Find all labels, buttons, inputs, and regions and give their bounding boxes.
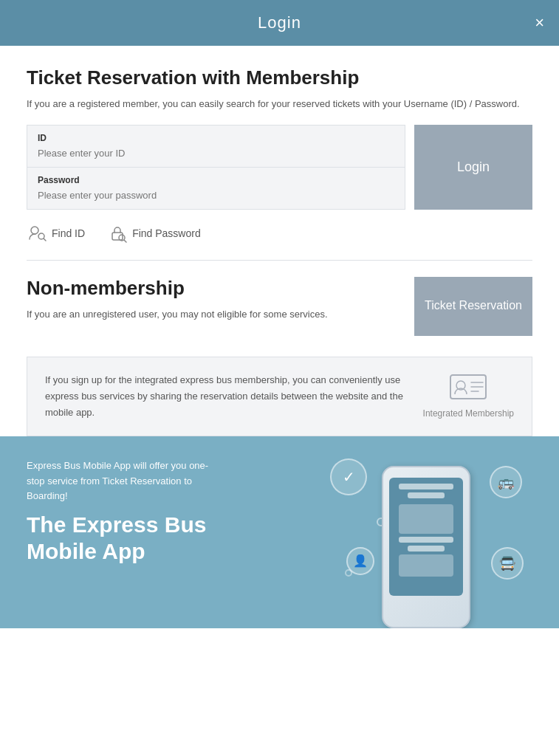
phone-screen-line-4 — [408, 546, 445, 551]
circle-icon-bus-right: 🚍 — [491, 547, 524, 580]
svg-line-2 — [44, 238, 46, 241]
svg-line-5 — [124, 240, 126, 242]
id-label: ID — [38, 133, 394, 143]
password-field-group: Password — [27, 167, 405, 210]
integrated-membership-label: Integrated Membership — [423, 408, 514, 420]
non-membership-text-area: Non-membership If you are an unregistere… — [27, 277, 414, 322]
close-button[interactable]: × — [535, 13, 544, 32]
phone-screen-block — [399, 504, 453, 534]
svg-rect-3 — [112, 233, 123, 240]
app-promo-section: Express Bus Mobile App will offer you on… — [0, 436, 559, 628]
integrated-description: If you sign up for the integrated expres… — [45, 372, 423, 421]
phone-screen — [389, 478, 463, 596]
password-label: Password — [38, 175, 394, 185]
integrated-membership-banner: If you sign up for the integrated expres… — [27, 357, 532, 436]
integrated-membership-button[interactable]: Integrated Membership — [423, 372, 514, 420]
login-fields: ID Password — [27, 125, 405, 210]
non-membership-description: If you are an unregistered user, you may… — [27, 307, 399, 322]
login-button[interactable]: Login — [414, 125, 532, 210]
find-id-icon — [27, 223, 47, 244]
password-input[interactable] — [38, 190, 394, 201]
app-promo-description: Express Bus Mobile App will offer you on… — [27, 458, 219, 504]
phone-screen-line-2 — [408, 492, 445, 498]
non-membership-area: Non-membership If you are an unregistere… — [27, 277, 532, 336]
non-membership-title: Non-membership — [27, 277, 399, 300]
svg-point-0 — [31, 227, 38, 234]
find-password-icon — [107, 223, 128, 244]
phone-mockup-area: ✓ 🚌 👤 🚍 — [308, 451, 529, 628]
integrated-membership-icon — [449, 372, 487, 402]
header-title: Login — [258, 13, 301, 32]
find-password-link[interactable]: Find Password — [107, 223, 201, 244]
login-area: ID Password Login — [27, 125, 532, 210]
phone-device — [382, 466, 470, 628]
id-input[interactable] — [38, 148, 394, 159]
find-password-label: Find Password — [132, 227, 201, 239]
membership-description: If you are a registered member, you can … — [27, 97, 532, 111]
circle-icon-checklist: ✓ — [330, 458, 367, 495]
ticket-reservation-button[interactable]: Ticket Reservation — [414, 277, 532, 336]
phone-screen-line-3 — [399, 537, 453, 543]
find-id-label: Find ID — [52, 227, 85, 239]
circle-icon-bus-left: 🚌 — [490, 466, 522, 498]
membership-title: Ticket Reservation with Membership — [27, 66, 532, 89]
find-id-link[interactable]: Find ID — [27, 223, 85, 244]
main-content: Ticket Reservation with Membership If yo… — [0, 46, 559, 436]
phone-screen-line-1 — [399, 484, 453, 489]
find-links-area: Find ID Find Password — [27, 223, 532, 244]
phone-screen-block-2 — [399, 554, 453, 577]
modal-header: Login × — [0, 0, 559, 46]
deco-dot-2 — [345, 569, 352, 577]
id-field-group: ID — [27, 125, 405, 167]
section-divider — [27, 260, 532, 261]
app-promo-title: The Express Bus Mobile App — [27, 512, 219, 565]
